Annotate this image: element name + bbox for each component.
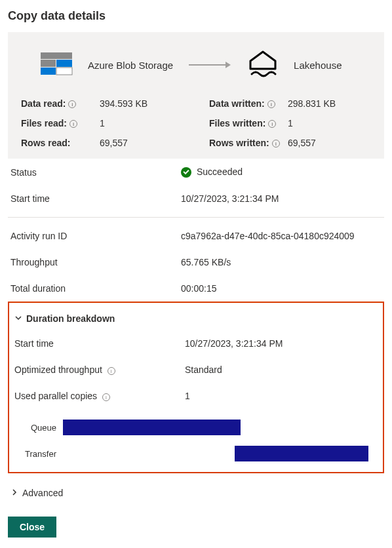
chevron-down-icon — [14, 314, 22, 324]
page-title: Copy data details — [8, 9, 384, 23]
files-written-value: 1 — [288, 118, 371, 128]
totaldur-value: 00:00:15 — [181, 283, 382, 294]
summary-panel: Azure Blob Storage Lakehouse Data read:i… — [8, 32, 384, 159]
info-icon[interactable]: i — [68, 100, 76, 108]
queue-label: Queue — [17, 423, 63, 433]
queue-bar — [63, 420, 241, 435]
advanced-label: Advanced — [22, 488, 63, 498]
info-icon[interactable]: i — [267, 100, 275, 108]
advanced-header[interactable]: Advanced — [10, 488, 382, 498]
breakdown-starttime-label: Start time — [14, 338, 185, 349]
breakdown-starttime-value: 10/27/2023, 3:21:34 PM — [185, 338, 378, 349]
runid-value: c9a7962a-d47e-40dc-85ca-04180c924009 — [181, 231, 382, 241]
files-read-label: Files read:i — [21, 118, 100, 128]
data-written-value: 298.831 KB — [288, 98, 371, 109]
info-icon[interactable]: i — [108, 367, 115, 375]
svg-rect-4 — [56, 68, 72, 75]
status-value: Succeeded — [181, 166, 382, 178]
totaldur-row: Total duration 00:00:15 — [10, 275, 382, 302]
metrics-grid: Data read:i 394.593 KB Files read:i 1 Ro… — [21, 98, 371, 148]
runid-row: Activity run ID c9a7962a-d47e-40dc-85ca-… — [10, 223, 382, 249]
svg-rect-3 — [41, 68, 56, 75]
info-icon[interactable]: i — [102, 393, 110, 401]
parallel-value: 1 — [185, 391, 378, 401]
status-label: Status — [10, 167, 181, 178]
data-read-value: 394.593 KB — [100, 98, 183, 109]
optthrough-label: Optimized throughput i — [14, 364, 185, 375]
svg-rect-0 — [41, 52, 72, 59]
parallel-label: Used parallel copies i — [14, 391, 185, 401]
throughput-row: Throughput 65.765 KB/s — [10, 249, 382, 275]
info-icon[interactable]: i — [268, 120, 276, 128]
destination-label: Lakehouse — [294, 60, 342, 71]
lakehouse-icon — [246, 48, 279, 83]
source-label: Azure Blob Storage — [88, 60, 173, 71]
queue-track — [63, 420, 375, 435]
status-row: Status Succeeded — [10, 159, 382, 186]
parallel-row: Used parallel copies i 1 — [14, 383, 378, 409]
info-icon[interactable]: i — [272, 140, 280, 147]
svg-rect-1 — [41, 60, 56, 67]
transfer-label: Transfer — [17, 449, 63, 459]
success-icon — [181, 167, 191, 178]
breakdown-starttime-row: Start time 10/27/2023, 3:21:34 PM — [14, 330, 378, 357]
metrics-left: Data read:i 394.593 KB Files read:i 1 Ro… — [21, 98, 183, 148]
starttime-row: Start time 10/27/2023, 3:21:34 PM — [10, 186, 382, 212]
data-read-label: Data read:i — [21, 98, 100, 109]
runid-label: Activity run ID — [10, 231, 181, 241]
rows-read-label: Rows read: — [21, 138, 100, 148]
chevron-right-icon — [10, 488, 18, 498]
transfer-track — [63, 446, 375, 461]
azure-blob-storage-icon — [39, 50, 73, 81]
rows-written-label: Rows written:i — [209, 138, 288, 148]
arrow-icon — [184, 60, 236, 71]
metrics-right: Data written:i 298.831 KB Files written:… — [209, 98, 371, 148]
throughput-value: 65.765 KB/s — [181, 257, 382, 267]
optthrough-value: Standard — [185, 364, 378, 375]
divider — [8, 217, 384, 218]
duration-breakdown-label: Duration breakdown — [26, 313, 115, 324]
throughput-label: Throughput — [10, 257, 181, 267]
data-flow-row: Azure Blob Storage Lakehouse — [39, 48, 371, 83]
svg-marker-6 — [225, 62, 231, 68]
rows-written-value: 69,557 — [288, 138, 371, 148]
starttime-label: Start time — [10, 193, 181, 204]
transfer-bar — [235, 446, 369, 461]
svg-rect-2 — [56, 60, 72, 67]
duration-breakdown-box: Duration breakdown Start time 10/27/2023… — [8, 302, 384, 473]
totaldur-label: Total duration — [10, 283, 181, 294]
files-read-value: 1 — [100, 118, 183, 128]
info-icon[interactable]: i — [69, 120, 77, 128]
files-written-label: Files written:i — [209, 118, 288, 128]
duration-gantt: Queue Transfer — [17, 420, 375, 461]
close-button[interactable]: Close — [8, 517, 56, 538]
optthrough-row: Optimized throughput i Standard — [14, 357, 378, 383]
rows-read-value: 69,557 — [100, 138, 183, 148]
duration-breakdown-header[interactable]: Duration breakdown — [14, 313, 378, 324]
data-written-label: Data written:i — [209, 98, 288, 109]
starttime-value: 10/27/2023, 3:21:34 PM — [181, 193, 382, 204]
